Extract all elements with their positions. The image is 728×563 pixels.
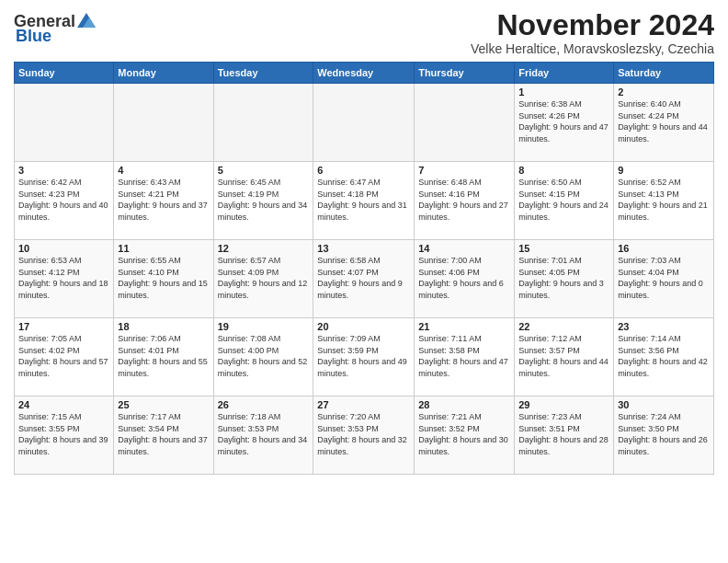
calendar-cell: 9Sunrise: 6:52 AM Sunset: 4:13 PM Daylig… xyxy=(614,162,714,240)
day-number: 11 xyxy=(118,243,209,254)
day-info: Sunrise: 7:05 AM Sunset: 4:02 PM Dayligh… xyxy=(18,333,109,379)
calendar-cell: 16Sunrise: 7:03 AM Sunset: 4:04 PM Dayli… xyxy=(614,240,714,318)
day-number: 9 xyxy=(618,165,710,176)
day-info: Sunrise: 6:52 AM Sunset: 4:13 PM Dayligh… xyxy=(618,177,710,223)
title-block: November 2024 Velke Heraltice, Moravskos… xyxy=(471,9,714,56)
day-info: Sunrise: 7:14 AM Sunset: 3:56 PM Dayligh… xyxy=(618,333,710,379)
day-info: Sunrise: 7:21 AM Sunset: 3:52 PM Dayligh… xyxy=(418,411,510,457)
calendar-cell: 13Sunrise: 6:58 AM Sunset: 4:07 PM Dayli… xyxy=(313,240,415,318)
calendar-cell: 11Sunrise: 6:55 AM Sunset: 4:10 PM Dayli… xyxy=(114,240,213,318)
day-number: 4 xyxy=(118,165,209,176)
logo-blue: Blue xyxy=(16,28,51,44)
calendar-cell: 17Sunrise: 7:05 AM Sunset: 4:02 PM Dayli… xyxy=(15,318,114,396)
day-number: 24 xyxy=(18,399,109,410)
day-info: Sunrise: 7:00 AM Sunset: 4:06 PM Dayligh… xyxy=(418,255,510,301)
location: Velke Heraltice, Moravskoslezsky, Czechi… xyxy=(471,41,714,56)
day-info: Sunrise: 7:17 AM Sunset: 3:54 PM Dayligh… xyxy=(118,411,209,457)
day-number: 26 xyxy=(218,399,310,410)
weekday-header-monday: Monday xyxy=(114,63,213,84)
day-info: Sunrise: 6:43 AM Sunset: 4:21 PM Dayligh… xyxy=(118,177,209,223)
day-info: Sunrise: 7:08 AM Sunset: 4:00 PM Dayligh… xyxy=(218,333,310,379)
day-number: 23 xyxy=(618,321,710,332)
day-info: Sunrise: 7:24 AM Sunset: 3:50 PM Dayligh… xyxy=(618,411,710,457)
calendar-cell: 1Sunrise: 6:38 AM Sunset: 4:26 PM Daylig… xyxy=(515,84,614,162)
day-number: 13 xyxy=(317,243,410,254)
calendar-cell: 28Sunrise: 7:21 AM Sunset: 3:52 PM Dayli… xyxy=(415,396,515,475)
day-info: Sunrise: 6:45 AM Sunset: 4:19 PM Dayligh… xyxy=(218,177,310,223)
calendar-cell: 7Sunrise: 6:48 AM Sunset: 4:16 PM Daylig… xyxy=(415,162,515,240)
calendar-cell: 12Sunrise: 6:57 AM Sunset: 4:09 PM Dayli… xyxy=(213,240,313,318)
day-number: 25 xyxy=(118,399,209,410)
day-info: Sunrise: 7:11 AM Sunset: 3:58 PM Dayligh… xyxy=(418,333,510,379)
day-info: Sunrise: 6:38 AM Sunset: 4:26 PM Dayligh… xyxy=(518,98,609,144)
calendar: SundayMondayTuesdayWednesdayThursdayFrid… xyxy=(14,62,714,475)
day-number: 28 xyxy=(418,399,510,410)
day-info: Sunrise: 6:57 AM Sunset: 4:09 PM Dayligh… xyxy=(218,255,310,301)
day-info: Sunrise: 6:58 AM Sunset: 4:07 PM Dayligh… xyxy=(317,255,410,301)
calendar-cell: 21Sunrise: 7:11 AM Sunset: 3:58 PM Dayli… xyxy=(415,318,515,396)
day-info: Sunrise: 7:01 AM Sunset: 4:05 PM Dayligh… xyxy=(518,255,609,301)
calendar-cell: 5Sunrise: 6:45 AM Sunset: 4:19 PM Daylig… xyxy=(213,162,313,240)
day-info: Sunrise: 7:09 AM Sunset: 3:59 PM Dayligh… xyxy=(317,333,410,379)
calendar-cell: 26Sunrise: 7:18 AM Sunset: 3:53 PM Dayli… xyxy=(213,396,313,475)
month-title: November 2024 xyxy=(471,9,714,41)
calendar-cell: 20Sunrise: 7:09 AM Sunset: 3:59 PM Dayli… xyxy=(313,318,415,396)
day-number: 17 xyxy=(18,321,109,332)
calendar-cell: 8Sunrise: 6:50 AM Sunset: 4:15 PM Daylig… xyxy=(515,162,614,240)
day-number: 1 xyxy=(518,86,609,98)
day-info: Sunrise: 6:53 AM Sunset: 4:12 PM Dayligh… xyxy=(18,255,109,301)
weekday-header-thursday: Thursday xyxy=(415,63,515,84)
day-info: Sunrise: 6:48 AM Sunset: 4:16 PM Dayligh… xyxy=(418,177,510,223)
day-info: Sunrise: 7:20 AM Sunset: 3:53 PM Dayligh… xyxy=(317,411,410,457)
calendar-cell xyxy=(114,84,213,162)
day-info: Sunrise: 7:12 AM Sunset: 3:57 PM Dayligh… xyxy=(518,333,609,379)
day-number: 20 xyxy=(317,321,410,332)
day-number: 22 xyxy=(518,321,609,332)
day-info: Sunrise: 6:42 AM Sunset: 4:23 PM Dayligh… xyxy=(18,177,109,223)
day-number: 21 xyxy=(418,321,510,332)
calendar-cell xyxy=(313,84,415,162)
calendar-cell xyxy=(415,84,515,162)
calendar-cell: 18Sunrise: 7:06 AM Sunset: 4:01 PM Dayli… xyxy=(114,318,213,396)
day-number: 6 xyxy=(317,165,410,176)
day-number: 15 xyxy=(518,243,609,254)
logo-icon xyxy=(77,13,96,28)
calendar-cell: 23Sunrise: 7:14 AM Sunset: 3:56 PM Dayli… xyxy=(614,318,714,396)
day-number: 5 xyxy=(218,165,310,176)
calendar-cell: 6Sunrise: 6:47 AM Sunset: 4:18 PM Daylig… xyxy=(313,162,415,240)
day-info: Sunrise: 7:06 AM Sunset: 4:01 PM Dayligh… xyxy=(118,333,209,379)
calendar-header: SundayMondayTuesdayWednesdayThursdayFrid… xyxy=(15,63,714,84)
calendar-cell: 2Sunrise: 6:40 AM Sunset: 4:24 PM Daylig… xyxy=(614,84,714,162)
day-number: 14 xyxy=(418,243,510,254)
weekday-header-tuesday: Tuesday xyxy=(213,63,313,84)
calendar-cell: 10Sunrise: 6:53 AM Sunset: 4:12 PM Dayli… xyxy=(15,240,114,318)
day-info: Sunrise: 7:15 AM Sunset: 3:55 PM Dayligh… xyxy=(18,411,109,457)
day-number: 29 xyxy=(518,399,609,410)
weekday-header-saturday: Saturday xyxy=(614,63,714,84)
day-info: Sunrise: 6:55 AM Sunset: 4:10 PM Dayligh… xyxy=(118,255,209,301)
day-number: 10 xyxy=(18,243,109,254)
day-number: 8 xyxy=(518,165,609,176)
weekday-header-friday: Friday xyxy=(515,63,614,84)
calendar-cell: 4Sunrise: 6:43 AM Sunset: 4:21 PM Daylig… xyxy=(114,162,213,240)
day-info: Sunrise: 6:47 AM Sunset: 4:18 PM Dayligh… xyxy=(317,177,410,223)
day-number: 3 xyxy=(18,165,109,176)
calendar-cell: 29Sunrise: 7:23 AM Sunset: 3:51 PM Dayli… xyxy=(515,396,614,475)
day-number: 16 xyxy=(618,243,710,254)
day-info: Sunrise: 7:23 AM Sunset: 3:51 PM Dayligh… xyxy=(518,411,609,457)
calendar-cell: 30Sunrise: 7:24 AM Sunset: 3:50 PM Dayli… xyxy=(614,396,714,475)
calendar-cell: 27Sunrise: 7:20 AM Sunset: 3:53 PM Dayli… xyxy=(313,396,415,475)
day-number: 30 xyxy=(618,399,710,410)
day-info: Sunrise: 7:18 AM Sunset: 3:53 PM Dayligh… xyxy=(218,411,310,457)
weekday-header-sunday: Sunday xyxy=(15,63,114,84)
day-info: Sunrise: 7:03 AM Sunset: 4:04 PM Dayligh… xyxy=(618,255,710,301)
day-number: 2 xyxy=(618,86,710,98)
day-number: 19 xyxy=(218,321,310,332)
calendar-cell: 15Sunrise: 7:01 AM Sunset: 4:05 PM Dayli… xyxy=(515,240,614,318)
day-number: 18 xyxy=(118,321,209,332)
calendar-cell: 25Sunrise: 7:17 AM Sunset: 3:54 PM Dayli… xyxy=(114,396,213,475)
calendar-cell xyxy=(15,84,114,162)
weekday-header-wednesday: Wednesday xyxy=(313,63,415,84)
calendar-cell: 14Sunrise: 7:00 AM Sunset: 4:06 PM Dayli… xyxy=(415,240,515,318)
calendar-cell: 24Sunrise: 7:15 AM Sunset: 3:55 PM Dayli… xyxy=(15,396,114,475)
